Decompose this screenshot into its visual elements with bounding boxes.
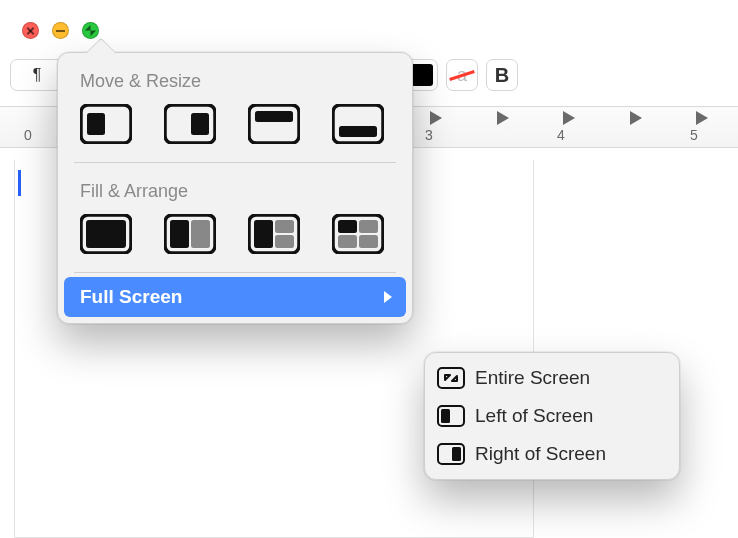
window-tiling-panel: Move & Resize Fill & Arrange Full xyxy=(57,52,413,324)
svg-rect-11 xyxy=(170,220,189,248)
bold-label: B xyxy=(495,64,509,87)
window-close-button[interactable] xyxy=(22,22,39,39)
strikethrough-icon: a xyxy=(457,65,467,86)
svg-rect-14 xyxy=(254,220,273,248)
right-of-screen-icon xyxy=(437,443,465,465)
pilcrow-icon: ¶ xyxy=(33,66,42,84)
svg-rect-7 xyxy=(339,126,377,137)
tab-marker-icon[interactable] xyxy=(563,111,575,125)
tab-marker-icon[interactable] xyxy=(497,111,509,125)
svg-rect-21 xyxy=(359,235,378,248)
bold-button[interactable]: B xyxy=(486,59,518,91)
ruler-mark: 3 xyxy=(425,127,433,143)
entire-screen-label: Entire Screen xyxy=(475,367,590,389)
entire-screen-item[interactable]: Entire Screen xyxy=(431,359,673,397)
left-of-screen-icon xyxy=(437,405,465,427)
ruler-mark: 0 xyxy=(24,127,32,143)
window-fullscreen-button[interactable] xyxy=(82,22,99,39)
move-top-half[interactable] xyxy=(248,104,300,144)
full-screen-submenu: Entire Screen Left of Screen Right of Sc… xyxy=(424,352,680,480)
section-title-move-resize: Move & Resize xyxy=(58,57,412,102)
ruler-mark: 5 xyxy=(690,127,698,143)
tab-marker-icon[interactable] xyxy=(630,111,642,125)
svg-rect-6 xyxy=(333,105,383,143)
section-title-fill-arrange: Fill & Arrange xyxy=(58,167,412,212)
svg-rect-18 xyxy=(338,220,357,233)
left-of-screen-label: Left of Screen xyxy=(475,405,593,427)
paragraph-style-button[interactable]: ¶ xyxy=(10,59,64,91)
full-screen-menu-item[interactable]: Full Screen xyxy=(64,277,406,317)
svg-rect-24 xyxy=(441,409,450,423)
svg-rect-22 xyxy=(438,368,464,388)
chevron-right-icon xyxy=(384,291,392,303)
svg-rect-15 xyxy=(275,220,294,233)
text-cursor xyxy=(18,170,21,196)
tab-marker-icon[interactable] xyxy=(430,111,442,125)
color-swatch-icon xyxy=(411,64,433,86)
svg-rect-12 xyxy=(191,220,210,248)
right-of-screen-item[interactable]: Right of Screen xyxy=(431,435,673,473)
left-of-screen-item[interactable]: Left of Screen xyxy=(431,397,673,435)
svg-rect-1 xyxy=(87,113,105,135)
tab-marker-icon[interactable] xyxy=(696,111,708,125)
entire-screen-icon xyxy=(437,367,465,389)
full-screen-label: Full Screen xyxy=(80,286,182,308)
svg-rect-5 xyxy=(255,111,293,122)
svg-rect-4 xyxy=(249,105,299,143)
arrange-quarters[interactable] xyxy=(332,214,384,254)
svg-rect-19 xyxy=(359,220,378,233)
move-left-half[interactable] xyxy=(80,104,132,144)
svg-rect-26 xyxy=(452,447,461,461)
svg-rect-3 xyxy=(191,113,209,135)
strikethrough-button[interactable]: a xyxy=(446,59,478,91)
svg-rect-9 xyxy=(86,220,126,248)
move-bottom-half[interactable] xyxy=(332,104,384,144)
fill-screen[interactable] xyxy=(80,214,132,254)
window-minimize-button[interactable] xyxy=(52,22,69,39)
svg-rect-20 xyxy=(338,235,357,248)
arrange-right-quarters[interactable] xyxy=(248,214,300,254)
right-of-screen-label: Right of Screen xyxy=(475,443,606,465)
arrange-left-right[interactable] xyxy=(164,214,216,254)
move-right-half[interactable] xyxy=(164,104,216,144)
svg-rect-16 xyxy=(275,235,294,248)
ruler-mark: 4 xyxy=(557,127,565,143)
traffic-lights xyxy=(22,22,99,39)
